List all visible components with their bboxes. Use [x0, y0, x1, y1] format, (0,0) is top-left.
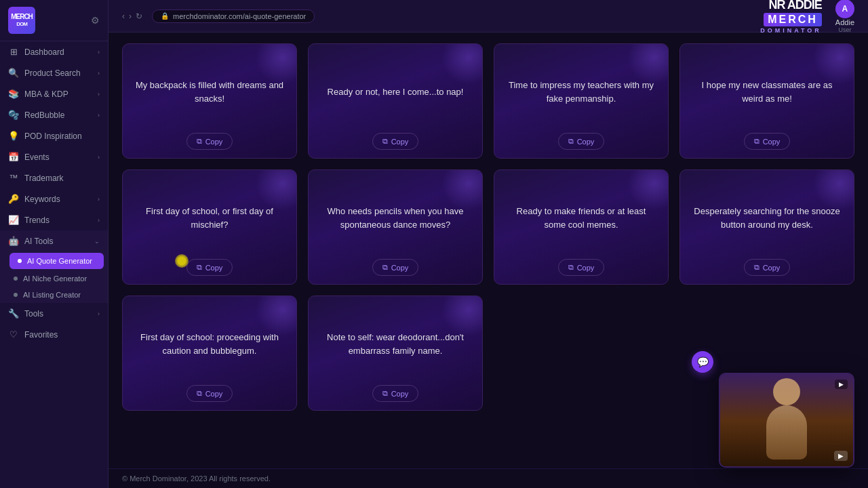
sidebar-label: AI Listing Creator	[23, 291, 81, 299]
chevron-right-icon: ›	[98, 217, 100, 224]
sidebar-label: AI Niche Generator	[23, 274, 87, 283]
quote-card-8: Desperately searching for the snooze but…	[679, 169, 854, 285]
sidebar-label: Keywords	[24, 195, 60, 204]
sidebar-item-trends[interactable]: 📈 Trends ›	[0, 209, 108, 230]
quote-text-5: First day of school, or first day of mis…	[134, 184, 285, 252]
sidebar-label: Trends	[24, 216, 50, 225]
copy-icon: ⧉	[382, 137, 388, 146]
copy-label: Copy	[577, 138, 595, 146]
video-preview[interactable]: ▶	[719, 373, 854, 468]
copy-icon: ⧉	[568, 137, 574, 146]
copy-button-8[interactable]: ⧉ Copy	[744, 259, 791, 276]
copy-button-4[interactable]: ⧉ Copy	[744, 133, 791, 150]
sidebar-label: Product Search	[24, 68, 81, 78]
lightbulb-icon: 💡	[8, 131, 19, 141]
quote-text-8: Desperately searching for the snooze but…	[691, 184, 843, 252]
copy-label: Copy	[763, 264, 781, 272]
copy-button-9[interactable]: ⧉ Copy	[186, 385, 233, 402]
brand-merch: MERCH	[768, 14, 818, 25]
copy-button-2[interactable]: ⧉ Copy	[372, 133, 419, 150]
refresh-icon[interactable]: ↻	[136, 12, 142, 21]
sidebar-label: POD Inspiration	[24, 131, 82, 141]
copy-label: Copy	[205, 390, 223, 398]
chevron-right-icon: ›	[98, 91, 100, 98]
copy-label: Copy	[763, 138, 781, 146]
sidebar-label: Favorites	[24, 330, 58, 340]
user-avatar: A	[835, 0, 854, 18]
copy-button-5[interactable]: ⧉ Copy	[186, 259, 233, 276]
sidebar-item-tools[interactable]: 🔧 Tools ›	[0, 303, 108, 324]
lock-icon: 🔒	[161, 12, 169, 20]
sidebar-logo: MERCHDOM ⚙	[0, 0, 108, 41]
trend-icon: 📈	[8, 215, 19, 225]
copy-label: Copy	[205, 264, 223, 272]
copy-label: Copy	[577, 264, 595, 272]
sidebar-item-redbubble[interactable]: 🫧 RedBubble ›	[0, 104, 108, 125]
quote-text-10: Note to self: wear deodorant...don't emb…	[319, 310, 471, 378]
quote-text-2: Ready or not, here I come...to nap!	[319, 58, 471, 126]
back-icon[interactable]: ‹	[122, 12, 125, 21]
url-text: merchdominator.com/ai-quote-generator	[173, 12, 306, 20]
quote-card-6: Who needs pencils when you have spontane…	[308, 169, 483, 285]
chevron-down-icon: ⌄	[94, 238, 100, 245]
tools-icon: 🔧	[8, 308, 19, 319]
sidebar-item-product-search[interactable]: 🔍 Product Search ›	[0, 62, 108, 83]
quote-text-1: My backpack is filled with dreams and sn…	[134, 58, 285, 126]
copy-label: Copy	[391, 138, 409, 146]
copy-button-7[interactable]: ⧉ Copy	[558, 259, 605, 276]
quote-text-3: Time to impress my teachers with my fake…	[505, 58, 657, 126]
url-bar[interactable]: 🔒 merchdominator.com/ai-quote-generator	[152, 9, 315, 23]
copy-icon: ⧉	[382, 389, 388, 398]
ai-tools-submenu: AI Quote Generator AI Niche Generator AI…	[0, 253, 108, 303]
calendar-icon: 📅	[8, 152, 19, 162]
quote-card-1: My backpack is filled with dreams and sn…	[122, 43, 297, 159]
chat-button[interactable]: 💬	[692, 351, 713, 373]
sidebar-item-ai-tools[interactable]: 🤖 AI Tools ⌄	[0, 230, 108, 251]
search-icon: 🔍	[8, 68, 19, 78]
copy-label: Copy	[391, 264, 409, 272]
inactive-dot	[14, 277, 18, 281]
chevron-right-icon: ›	[98, 196, 100, 203]
sidebar-item-favorites[interactable]: ♡ Favorites	[0, 324, 108, 345]
quote-card-9: First day of school: proceeding with cau…	[122, 296, 297, 411]
sidebar-item-ai-listing-creator[interactable]: AI Listing Creator	[5, 287, 108, 303]
forward-icon[interactable]: ›	[129, 12, 132, 21]
trademark-icon: ™	[8, 173, 19, 183]
copy-button-10[interactable]: ⧉ Copy	[372, 385, 419, 402]
quote-text-6: Who needs pencils when you have spontane…	[319, 184, 471, 252]
quote-text-7: Ready to make friends or at least some c…	[505, 184, 657, 252]
quote-card-4: I hope my new classmates are as weird as…	[679, 43, 854, 159]
brand-logo: NR ADDIE MERCH DOMINATOR	[760, 0, 822, 34]
copy-icon: ⧉	[382, 263, 388, 272]
sidebar-item-pod-inspiration[interactable]: 💡 POD Inspiration	[0, 125, 108, 146]
copy-icon: ⧉	[197, 263, 202, 272]
copy-icon: ⧉	[754, 137, 760, 146]
gear-icon[interactable]: ⚙	[91, 15, 100, 26]
quote-text-9: First day of school: proceeding with cau…	[134, 310, 285, 378]
copy-label: Copy	[205, 138, 223, 146]
copy-button-3[interactable]: ⧉ Copy	[558, 133, 605, 150]
book-icon: 📚	[8, 89, 19, 99]
key-icon: 🔑	[8, 194, 19, 204]
dashboard-icon: ⊞	[8, 47, 19, 57]
copy-icon: ⧉	[754, 263, 760, 272]
sidebar-item-ai-quote-generator[interactable]: AI Quote Generator	[9, 253, 104, 269]
browser-controls: ‹ › ↻ 🔒 merchdominator.com/ai-quote-gene…	[122, 9, 315, 23]
copy-button-1[interactable]: ⧉ Copy	[186, 133, 233, 150]
sidebar-item-ai-niche-generator[interactable]: AI Niche Generator	[5, 270, 108, 287]
user-name: Addie	[835, 18, 854, 26]
sidebar-item-keywords[interactable]: 🔑 Keywords ›	[0, 188, 108, 209]
sidebar-item-trademark[interactable]: ™ Trademark	[0, 167, 108, 188]
copy-icon: ⧉	[197, 389, 202, 398]
quote-card-10: Note to self: wear deodorant...don't emb…	[308, 296, 483, 411]
copy-button-6[interactable]: ⧉ Copy	[372, 259, 419, 276]
copy-icon: ⧉	[197, 137, 202, 146]
sidebar-label: Dashboard	[24, 47, 64, 57]
sidebar-item-events[interactable]: 📅 Events ›	[0, 146, 108, 167]
sidebar-item-dashboard[interactable]: ⊞ Dashboard ›	[0, 41, 108, 62]
quote-text-4: I hope my new classmates are as weird as…	[691, 58, 843, 126]
active-dot	[18, 259, 22, 263]
user-menu[interactable]: A Addie User	[835, 0, 854, 33]
sidebar-item-mba-kdp[interactable]: 📚 MBA & KDP ›	[0, 83, 108, 104]
chevron-right-icon: ›	[98, 154, 100, 161]
